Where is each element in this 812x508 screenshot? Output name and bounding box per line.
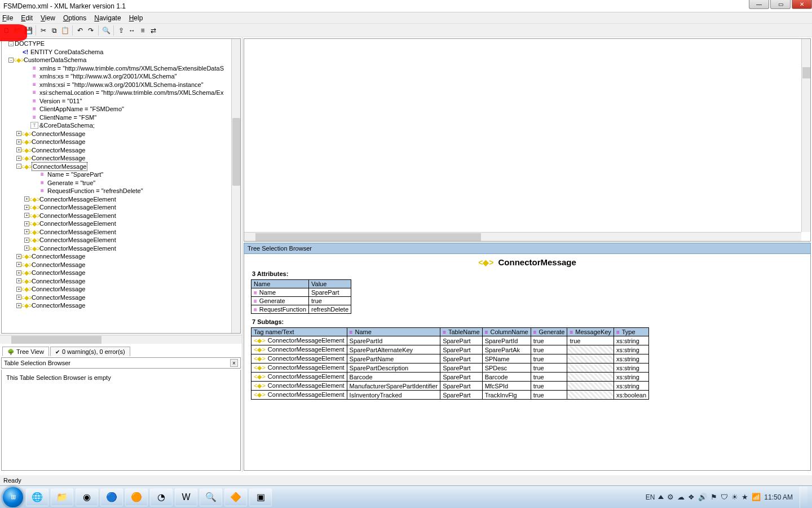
- tray-clock[interactable]: 11:50 AM: [764, 493, 793, 501]
- table-selection-body: This Table Selection Browser is empty: [1, 370, 241, 471]
- tray-icon[interactable]: ☁: [677, 493, 685, 501]
- tab-warnings[interactable]: ✔0 warning(s), 0 error(s): [50, 347, 130, 356]
- tree-row[interactable]: ≡ClientName = "FSM": [2, 113, 231, 122]
- tree-selection-browser-bar: Tree Selection Browser: [244, 243, 811, 254]
- subtags-table: Tag name/Text≡Name≡TableName≡ColumnName≡…: [251, 327, 649, 400]
- tree-row[interactable]: ≡ClientAppName = "FSMDemo": [2, 105, 231, 113]
- tree-row[interactable]: ≡Version = "011": [2, 97, 231, 106]
- tool4-icon[interactable]: ⇄: [149, 26, 158, 35]
- check-icon: ✔: [55, 349, 60, 355]
- tree-row[interactable]: +<◆>ConnectorMessage: [2, 154, 231, 163]
- table-selection-close-icon[interactable]: ×: [230, 359, 238, 367]
- redo-icon[interactable]: ↷: [86, 26, 95, 35]
- tray-icon[interactable]: ⚑: [710, 493, 717, 501]
- close-button[interactable]: ✕: [792, 0, 812, 9]
- tray-icon[interactable]: ⚙: [667, 493, 674, 501]
- tray-icon[interactable]: 🔊: [698, 493, 707, 501]
- tree-row[interactable]: +<◆>ConnectorMessage: [2, 252, 231, 261]
- tree-row[interactable]: ≡RequestFunction = "refreshDelete": [2, 187, 231, 195]
- toolbar: 🗋 📂 💾 ✂ ⧉ 📋 ↶ ↷ 🔍 ⇪ ↔ ≡ ⇄: [0, 24, 812, 37]
- taskbar-app6-icon[interactable]: 🔶: [224, 488, 247, 506]
- menu-edit[interactable]: Edit: [21, 14, 33, 22]
- attributes-label: 3 Attributes:: [252, 270, 806, 277]
- taskbar-ie-icon[interactable]: 🌐: [26, 488, 48, 506]
- tray-icon[interactable]: ☀: [731, 493, 738, 501]
- tree-row[interactable]: <!ENTITY CoreDataSchema: [2, 48, 231, 56]
- menu-view[interactable]: View: [41, 14, 55, 22]
- tree-row[interactable]: ≡xmlns:xsi = "http://www.w3.org/2001/XML…: [2, 81, 231, 89]
- taskbar-chrome-icon[interactable]: ◔: [150, 488, 173, 506]
- tree-row[interactable]: +<◆>ConnectorMessageElement: [2, 195, 231, 204]
- table-selection-header: Table Selection Browser ×: [1, 357, 241, 369]
- taskbar-app3-icon[interactable]: 🟠: [125, 488, 148, 506]
- tree-row[interactable]: ≡Name = "SparePart": [2, 170, 231, 179]
- tree-row[interactable]: ≡xsi:schemaLocation = "http://www.trimbl…: [2, 89, 231, 97]
- tree-row[interactable]: +<◆>ConnectorMessageElement: [2, 236, 231, 244]
- tree-vscrollbar[interactable]: [231, 39, 240, 333]
- window-title: FSMDemo.xml - XML Marker version 1.1: [3, 2, 809, 10]
- cut-icon[interactable]: ✂: [39, 26, 48, 35]
- find-icon[interactable]: 🔍: [102, 26, 111, 35]
- tree-row[interactable]: +<◆>ConnectorMessage: [2, 269, 231, 277]
- taskbar-explorer-icon[interactable]: 📁: [51, 488, 73, 506]
- tree-row[interactable]: T&CoreDataSchema;: [2, 121, 231, 130]
- taskbar-app1-icon[interactable]: ◉: [76, 488, 98, 506]
- tree-row[interactable]: +<◆>ConnectorMessage: [2, 301, 231, 310]
- tree-row[interactable]: +<◆>ConnectorMessage: [2, 277, 231, 286]
- tree-row[interactable]: ≡xmlns = "http://www.trimble.com/tms/XML…: [2, 64, 231, 73]
- tree-row[interactable]: +<◆>ConnectorMessageElement: [2, 220, 231, 228]
- menu-file[interactable]: File: [2, 14, 13, 22]
- show-desktop-button[interactable]: [800, 487, 807, 508]
- tool2-icon[interactable]: ↔: [127, 26, 136, 35]
- taskbar-skype-icon[interactable]: 🔵: [100, 488, 123, 506]
- tree-row[interactable]: +<◆>ConnectorMessage: [2, 146, 231, 155]
- tree-row[interactable]: +<◆>ConnectorMessageElement: [2, 203, 231, 212]
- tray-show-hidden-icon[interactable]: [658, 495, 664, 499]
- taskbar-app7-icon[interactable]: ▣: [249, 488, 272, 506]
- tree-row[interactable]: -DOCTYPE: [2, 40, 231, 48]
- taskbar-word-icon[interactable]: W: [175, 488, 197, 506]
- tree-row[interactable]: ≡xmlns:xs = "http://www.w3.org/2001/XMLS…: [2, 72, 231, 81]
- tool3-icon[interactable]: ≡: [138, 26, 147, 35]
- tree-row[interactable]: -<◆>CustomerDataSchema: [2, 56, 231, 64]
- text-view-pane[interactable]: [244, 38, 811, 242]
- text-hscrollbar[interactable]: [244, 232, 801, 241]
- minimize-button[interactable]: —: [749, 0, 769, 9]
- tree-row[interactable]: +<◆>ConnectorMessageElement: [2, 228, 231, 237]
- menubar: File Edit View Options Navigate Help: [0, 12, 812, 24]
- tree-body[interactable]: -DOCTYPE<!ENTITY CoreDataSchema-<◆>Custo…: [2, 39, 231, 333]
- undo-icon[interactable]: ↶: [76, 26, 85, 35]
- detail-pane[interactable]: <◆> ConnectorMessage 3 Attributes: NameV…: [244, 254, 811, 471]
- tool-icon[interactable]: ⇪: [117, 26, 126, 35]
- tree-row[interactable]: -<◆>ConnectorMessage: [2, 163, 231, 171]
- text-vscrollbar[interactable]: [801, 39, 810, 232]
- tree-row[interactable]: +<◆>ConnectorMessage: [2, 285, 231, 294]
- tray-icon[interactable]: 📶: [752, 493, 761, 501]
- maximize-button[interactable]: ▭: [770, 0, 791, 9]
- statusbar: Ready: [0, 475, 812, 485]
- tray-icon[interactable]: 🛡: [721, 493, 728, 501]
- menu-navigate[interactable]: Navigate: [94, 14, 121, 22]
- tab-treeview[interactable]: 🌳Tree View: [2, 347, 49, 356]
- tree-row[interactable]: +<◆>ConnectorMessage: [2, 138, 231, 146]
- tree-row[interactable]: +<◆>ConnectorMessage: [2, 294, 231, 302]
- tree-row[interactable]: +<◆>ConnectorMessage: [2, 130, 231, 138]
- menu-options[interactable]: Options: [63, 14, 86, 22]
- menu-help[interactable]: Help: [129, 14, 143, 22]
- tree-row[interactable]: ≡Generate = "true": [2, 179, 231, 187]
- tray-lang[interactable]: EN: [646, 493, 655, 501]
- start-button[interactable]: ⊞: [2, 487, 24, 508]
- tree-row[interactable]: +<◆>ConnectorMessageElement: [2, 244, 231, 253]
- taskbar-app5-icon[interactable]: 🔍: [200, 488, 222, 506]
- subtags-label: 7 Subtags:: [252, 318, 806, 325]
- tree-row[interactable]: +<◆>ConnectorMessageElement: [2, 212, 231, 220]
- copy-icon[interactable]: ⧉: [50, 26, 59, 35]
- tree-hscrollbar[interactable]: [0, 335, 242, 344]
- window-controls: — ▭ ✕: [748, 0, 812, 11]
- attributes-table: NameValue≡NameSparePart≡Generatetrue≡Req…: [251, 279, 351, 314]
- table-selection-title: Table Selection Browser: [4, 360, 70, 366]
- tray-icon[interactable]: ★: [742, 493, 748, 501]
- tree-row[interactable]: +<◆>ConnectorMessage: [2, 261, 231, 269]
- paste-icon[interactable]: 📋: [60, 26, 69, 35]
- tray-icon[interactable]: ❖: [688, 493, 695, 501]
